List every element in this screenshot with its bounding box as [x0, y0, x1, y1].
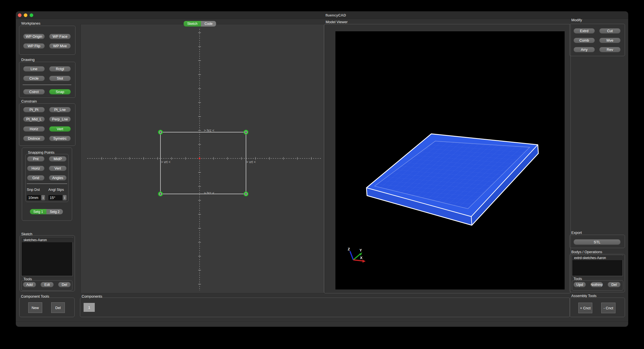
drawing-label: Drawing — [21, 58, 35, 62]
bodys-del-button[interactable]: Del — [608, 282, 621, 287]
add-cnct-button[interactable]: + Cnct — [578, 303, 592, 313]
extrd-button[interactable]: Extrd — [574, 28, 595, 34]
minimize-icon[interactable] — [24, 13, 27, 17]
vertex-handle[interactable] — [158, 130, 162, 134]
components-group — [80, 298, 570, 317]
component-del-button[interactable]: Del — [51, 302, 65, 313]
slot-button[interactable]: Slot — [49, 76, 71, 81]
sketch-list-item[interactable]: sketches-Aaron — [22, 238, 74, 242]
vrt-constraint-label-left: > vrt < — [157, 160, 174, 164]
stepper-down-icon[interactable]: ▼ — [64, 198, 66, 200]
hrz-constraint-label-bottom: > hrz < — [201, 191, 217, 195]
sketch-del-button[interactable]: Del — [58, 282, 71, 287]
sketch-canvas[interactable] — [80, 24, 325, 293]
bodys-list[interactable]: extrd-sketches-Aaron — [572, 255, 623, 276]
line-button[interactable]: Line — [23, 66, 45, 72]
drawing-divider — [23, 85, 71, 85]
rev-button[interactable]: Rev — [599, 47, 621, 52]
snap-distance-input[interactable]: 10mm — [27, 195, 41, 200]
orientation-triad: Z Y X — [348, 247, 366, 263]
pnt-snap-button[interactable]: Pnt — [27, 156, 44, 162]
model-viewer-label: Model Viewer — [326, 20, 348, 24]
assembly-tools-label: Assembly Tools — [571, 294, 596, 298]
pt-mid-l-button[interactable]: Pt_Mid_L — [23, 117, 45, 122]
vrt-constraint-label-right: > vrt < — [243, 160, 259, 164]
tab-code[interactable]: Code — [201, 21, 216, 27]
stl-export-button[interactable]: STL — [574, 239, 621, 245]
setg2-tab[interactable]: Setg 2 — [46, 209, 63, 214]
horiz-snap-button[interactable]: Horiz — [27, 166, 44, 171]
snapping-divider — [27, 184, 67, 184]
origin-point — [199, 158, 200, 159]
component-tools-group — [19, 298, 75, 317]
pt-lne-button[interactable]: Pt_Lne — [49, 107, 71, 112]
constrain-label: Constrain — [21, 99, 37, 103]
extruded-body[interactable] — [366, 134, 538, 225]
snap-button[interactable]: Snap — [49, 89, 71, 94]
model-canvas[interactable]: Z Y X — [335, 31, 565, 289]
pt-pt-button[interactable]: Pt_Pt — [23, 107, 45, 112]
stepper-down-icon[interactable]: ▼ — [42, 198, 44, 200]
close-icon[interactable] — [18, 13, 22, 17]
bodys-list-item[interactable]: extrd-sketches-Aaron — [572, 256, 624, 260]
vertex-handle[interactable] — [244, 192, 248, 196]
nothing-button[interactable]: Nothing — [591, 282, 603, 287]
angl-stps-label: Angl Stps — [48, 187, 64, 192]
modify-label: Modify — [571, 18, 582, 22]
vertex-handle[interactable] — [244, 130, 248, 134]
workplanes-label: Workplanes — [21, 21, 40, 25]
vert-snap-button[interactable]: Vert — [49, 166, 67, 171]
remove-cnct-button[interactable]: - Cnct — [601, 303, 615, 313]
workplanes-group — [19, 26, 75, 55]
grid-snap-button[interactable]: Grid — [27, 175, 44, 181]
snp-dst-label: Snp Dst — [27, 187, 40, 192]
wp-flip-button[interactable]: WP Flip — [23, 43, 45, 49]
horiz-constrain-button[interactable]: Horiz — [23, 126, 45, 132]
comb-button[interactable]: Comb — [574, 38, 595, 43]
vertex-handle[interactable] — [158, 192, 162, 196]
angle-steps-input[interactable]: 15° — [48, 195, 62, 200]
x-axis-icon — [353, 260, 363, 261]
arry-button[interactable]: Arry — [574, 47, 595, 52]
circle-button[interactable]: Circle — [23, 76, 45, 81]
cstrct-button[interactable]: Cstrct — [23, 89, 45, 94]
bodys-operations-label: Bodys / Operations — [571, 250, 602, 254]
cut-button[interactable]: Cut — [599, 28, 621, 34]
component-new-button[interactable]: New — [28, 302, 42, 313]
upd-button[interactable]: Upd — [574, 282, 586, 287]
y-axis-icon — [353, 254, 360, 260]
wp-origin-button[interactable]: WP Origin — [23, 34, 45, 39]
rctgl-button[interactable]: Rctgl — [49, 66, 71, 72]
assembly-group — [569, 298, 625, 317]
perp-lne-button[interactable]: Perp_Lne — [49, 117, 71, 122]
mve-button[interactable]: Mve — [599, 38, 621, 43]
window-title: fluencyCAD — [319, 13, 352, 17]
bottom-divider — [16, 321, 628, 322]
sketch-add-button[interactable]: Add — [23, 282, 36, 287]
tab-sketch[interactable]: Sketch — [184, 21, 201, 27]
screen: fluencyCAD Workplanes WP Origin WP Face … — [0, 0, 644, 349]
z-axis-icon — [350, 251, 353, 260]
wp-mve-button[interactable]: WP Mve — [49, 43, 71, 49]
midp-snap-button[interactable]: MidP — [49, 156, 67, 162]
zoom-icon[interactable] — [30, 13, 33, 17]
angles-snap-button[interactable]: Angles — [49, 175, 67, 181]
distnce-button[interactable]: Distnce — [23, 136, 45, 141]
sketch-edt-button[interactable]: Edt — [41, 282, 54, 287]
y-axis-label: Y — [359, 248, 362, 252]
symetrc-button[interactable]: Symetrc — [49, 136, 71, 141]
setg1-tab[interactable]: Setg 1 — [30, 209, 46, 214]
component-1-button[interactable]: 1 — [84, 303, 95, 312]
angle-steps-stepper[interactable]: ▲▼ — [63, 195, 67, 200]
z-axis-label: Z — [348, 247, 350, 251]
export-label: Export — [571, 231, 582, 235]
x-axis-label: X — [360, 256, 363, 260]
vert-constrain-button[interactable]: Vert — [49, 126, 71, 132]
sketch-list[interactable]: sketches-Aaron — [21, 237, 73, 276]
snap-distance-stepper[interactable]: ▲▼ — [41, 195, 45, 200]
hrz-constraint-label-top: > hrz < — [201, 129, 217, 132]
wp-face-button[interactable]: WP Face — [49, 34, 71, 39]
